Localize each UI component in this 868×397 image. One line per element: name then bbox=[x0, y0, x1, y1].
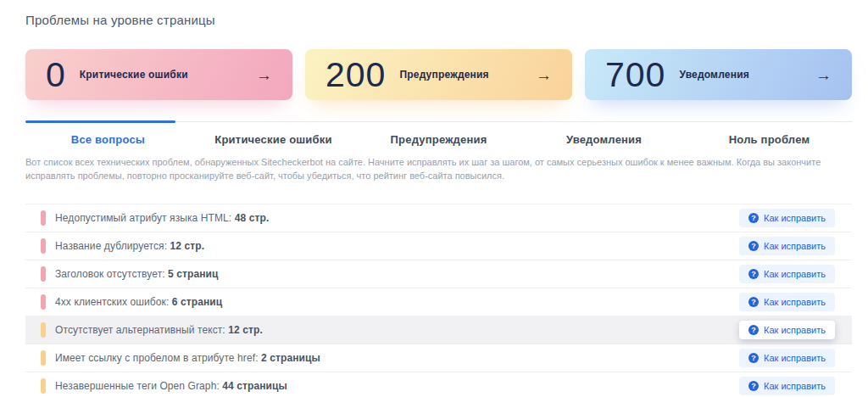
warnings-count: 200 bbox=[326, 58, 386, 92]
notices-count: 700 bbox=[605, 58, 665, 92]
how-to-fix-button[interactable]: ? Как исправить bbox=[739, 265, 835, 283]
question-icon: ? bbox=[748, 325, 759, 335]
issue-row[interactable]: Имеет ссылку с пробелом в атрибуте href:… bbox=[25, 344, 852, 372]
how-to-fix-button[interactable]: ? Как исправить bbox=[739, 377, 835, 395]
tab-all-issues[interactable]: Все вопросы bbox=[25, 122, 191, 149]
notices-label: Уведомления bbox=[679, 69, 749, 81]
tab-notices[interactable]: Уведомления bbox=[521, 122, 687, 149]
severity-pill bbox=[41, 350, 46, 366]
issue-row[interactable]: Незавершенные теги Open Graph: 44 страни… bbox=[25, 372, 852, 397]
question-icon: ? bbox=[748, 381, 759, 391]
severity-pill bbox=[41, 238, 46, 254]
how-to-fix-label: Как исправить bbox=[764, 241, 826, 251]
issue-row[interactable]: Название дублируется: 12 стр. ? Как испр… bbox=[25, 232, 852, 260]
summary-card-warnings[interactable]: 200 Предупреждения → bbox=[305, 49, 572, 100]
page-title: Проблемы на уровне страницы bbox=[25, 0, 852, 27]
how-to-fix-label: Как исправить bbox=[764, 269, 826, 279]
question-icon: ? bbox=[748, 269, 759, 279]
how-to-fix-label: Как исправить bbox=[764, 297, 826, 307]
critical-errors-label: Критические ошибки bbox=[80, 69, 188, 81]
issue-text: Заголовок отсутствует: 5 страниц bbox=[55, 268, 219, 280]
how-to-fix-button[interactable]: ? Как исправить bbox=[739, 349, 835, 367]
severity-pill bbox=[41, 266, 46, 282]
how-to-fix-label: Как исправить bbox=[764, 353, 826, 363]
issue-row[interactable]: 4xx клиентских ошибок: 6 страниц ? Как и… bbox=[25, 288, 852, 316]
issue-text: Название дублируется: 12 стр. bbox=[55, 240, 204, 252]
question-icon: ? bbox=[748, 241, 759, 251]
how-to-fix-button[interactable]: ? Как исправить bbox=[739, 209, 835, 227]
arrow-right-icon[interactable]: → bbox=[256, 67, 272, 83]
summary-card-critical-errors[interactable]: 0 Критические ошибки → bbox=[25, 49, 292, 100]
critical-errors-count: 0 bbox=[46, 58, 66, 92]
how-to-fix-label: Как исправить bbox=[764, 381, 826, 391]
how-to-fix-button[interactable]: ? Как исправить bbox=[739, 237, 835, 255]
issues-list: Недопустимый атрибут языка HTML: 48 стр.… bbox=[25, 204, 852, 397]
tab-zero-issues[interactable]: Ноль проблем bbox=[687, 122, 852, 149]
issue-tabs: Все вопросы Критические ошибки Предупреж… bbox=[25, 121, 852, 149]
issue-row[interactable]: Отсутствует альтернативный текст: 12 стр… bbox=[25, 316, 852, 344]
issue-text: Имеет ссылку с пробелом в атрибуте href:… bbox=[55, 352, 320, 364]
question-icon: ? bbox=[748, 297, 759, 307]
how-to-fix-button[interactable]: ? Как исправить bbox=[739, 321, 835, 339]
tab-warnings[interactable]: Предупреждения bbox=[356, 122, 521, 149]
issue-row[interactable]: Недопустимый атрибут языка HTML: 48 стр.… bbox=[25, 204, 852, 232]
how-to-fix-label: Как исправить bbox=[764, 325, 826, 335]
tab-critical-errors[interactable]: Критические ошибки bbox=[191, 122, 356, 149]
issue-text: Недопустимый атрибут языка HTML: 48 стр. bbox=[55, 212, 269, 224]
issue-row[interactable]: Заголовок отсутствует: 5 страниц ? Как и… bbox=[25, 260, 852, 288]
arrow-right-icon[interactable]: → bbox=[815, 67, 832, 83]
severity-pill bbox=[41, 322, 46, 338]
issue-text: Незавершенные теги Open Graph: 44 страни… bbox=[55, 380, 287, 392]
issue-text: Отсутствует альтернативный текст: 12 стр… bbox=[55, 324, 263, 336]
question-icon: ? bbox=[748, 353, 759, 363]
summary-cards: 0 Критические ошибки → 200 Предупреждени… bbox=[25, 49, 852, 100]
warnings-label: Предупреждения bbox=[399, 69, 488, 81]
summary-card-notices[interactable]: 700 Уведомления → bbox=[585, 49, 852, 100]
question-icon: ? bbox=[748, 213, 759, 223]
arrow-right-icon[interactable]: → bbox=[536, 67, 552, 83]
how-to-fix-label: Как исправить bbox=[764, 213, 826, 223]
severity-pill bbox=[41, 378, 46, 394]
severity-pill bbox=[41, 210, 46, 226]
issues-description: Вот список всех технических проблем, обн… bbox=[25, 155, 852, 182]
severity-pill bbox=[41, 294, 46, 310]
how-to-fix-button[interactable]: ? Как исправить bbox=[739, 293, 835, 311]
issue-text: 4xx клиентских ошибок: 6 страниц bbox=[55, 296, 222, 308]
